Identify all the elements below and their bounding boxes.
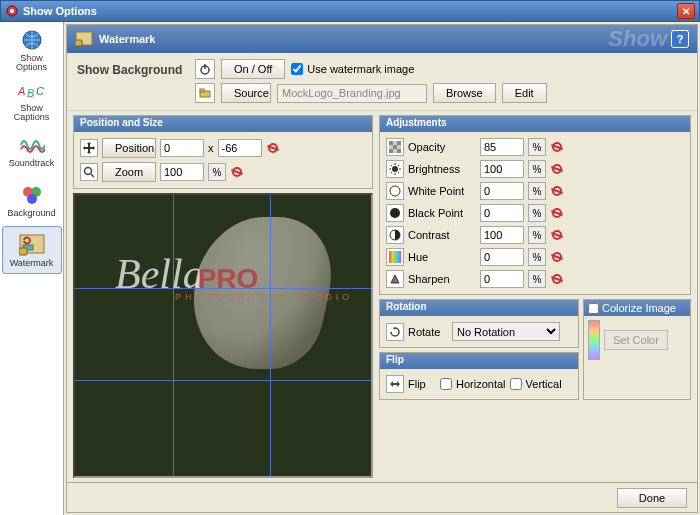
rotate-icon [386, 323, 404, 341]
use-watermark-image-checkbox[interactable]: Use watermark image [291, 63, 414, 75]
position-button[interactable]: Position [102, 138, 156, 158]
header-ghost-text: Show [608, 26, 667, 52]
position-x-input[interactable] [160, 139, 204, 157]
done-button[interactable]: Done [617, 488, 687, 508]
titlebar: Show Options ✕ [0, 0, 700, 22]
adjustments-panel: Adjustments Opacity%Brightness%White Poi… [379, 115, 691, 295]
show-background-label: Show Background [77, 59, 185, 77]
colorize-gradient-icon [588, 320, 600, 360]
pct-label: % [528, 138, 546, 156]
adjustment-label: Opacity [408, 141, 476, 153]
svg-point-35 [390, 186, 400, 196]
flip-vertical-checkbox[interactable]: Vertical [510, 378, 562, 390]
zoom-button[interactable]: Zoom [102, 162, 156, 182]
black-point-input[interactable] [480, 204, 524, 222]
sidebar-item-label: Watermark [10, 259, 54, 268]
source-label-button[interactable]: Source [221, 83, 271, 103]
page-header: Watermark Show ? [67, 25, 697, 53]
adjustment-row-hue: Hue% [386, 248, 684, 266]
sidebar: Show Options ABC Show Captions Soundtrac… [0, 22, 64, 515]
opacity-input[interactable] [480, 138, 524, 156]
pct-label: % [528, 160, 546, 178]
flip-panel: Flip Flip Horizontal Vertical [379, 352, 579, 400]
svg-rect-24 [389, 149, 393, 153]
pct-label: % [528, 226, 546, 244]
zoom-icon [80, 163, 98, 181]
adjustment-label: Sharpen [408, 273, 476, 285]
sidebar-item-label: Background [7, 209, 55, 218]
watermark-header-icon [75, 31, 93, 47]
rotate-label: Rotate [408, 326, 448, 338]
set-color-button: Set Color [604, 330, 668, 350]
contrast-input[interactable] [480, 226, 524, 244]
adjustment-label: White Point [408, 185, 476, 197]
svg-line-34 [391, 172, 392, 173]
adjustment-row-brightness: Brightness% [386, 160, 684, 178]
pct-label: % [528, 182, 546, 200]
reset-brightness-icon[interactable] [550, 162, 564, 176]
reset-contrast-icon[interactable] [550, 228, 564, 242]
browse-button[interactable]: Browse [433, 83, 496, 103]
reset-zoom-icon[interactable] [230, 165, 244, 179]
zoom-input[interactable] [160, 163, 204, 181]
sidebar-item-background[interactable]: Background [2, 176, 62, 224]
edit-button[interactable]: Edit [502, 83, 547, 103]
reset-position-icon[interactable] [266, 141, 280, 155]
rotation-select[interactable]: No Rotation [452, 322, 560, 341]
svg-rect-11 [19, 248, 27, 255]
white-point-input[interactable] [480, 182, 524, 200]
palette-icon [18, 183, 46, 207]
reset-white-point-icon[interactable] [550, 184, 564, 198]
flip-icon [386, 375, 404, 393]
adjustment-label: Hue [408, 251, 476, 263]
sidebar-item-label: Show Options [4, 54, 60, 72]
close-button[interactable]: ✕ [677, 3, 695, 19]
sharpen-input[interactable] [480, 270, 524, 288]
reset-opacity-icon[interactable] [550, 140, 564, 154]
onoff-toggle[interactable]: On / Off [221, 59, 285, 79]
position-sep: x [208, 142, 214, 154]
move-icon [80, 139, 98, 157]
position-size-panel: Position and Size Position x Zoom [73, 115, 373, 189]
globe-icon [18, 28, 46, 52]
opacity-icon [386, 138, 404, 156]
flip-title: Flip [380, 353, 578, 369]
sidebar-item-watermark[interactable]: Watermark [2, 226, 62, 274]
rotation-panel: Rotation Rotate No Rotation [379, 299, 579, 348]
adjustment-row-white-point: White Point% [386, 182, 684, 200]
colorize-title: Colorize Image [602, 302, 676, 314]
adjustment-row-black-point: Black Point% [386, 204, 684, 222]
watermark-brand-sub: PHOTOGRAPHY STUDIO [175, 292, 353, 302]
flip-horizontal-checkbox[interactable]: Horizontal [440, 378, 506, 390]
help-button[interactable]: ? [671, 30, 689, 48]
reset-hue-icon[interactable] [550, 250, 564, 264]
adjustment-label: Brightness [408, 163, 476, 175]
sidebar-item-show-captions[interactable]: ABC Show Captions [2, 76, 62, 124]
zoom-pct: % [208, 163, 226, 181]
svg-point-1 [10, 9, 14, 13]
adjustments-title: Adjustments [380, 116, 690, 132]
svg-point-18 [85, 168, 92, 175]
brightness-input[interactable] [480, 160, 524, 178]
watermark-icon [18, 233, 46, 257]
adjustment-row-contrast: Contrast% [386, 226, 684, 244]
sidebar-item-show-options[interactable]: Show Options [2, 26, 62, 74]
position-y-input[interactable] [218, 139, 262, 157]
rotation-title: Rotation [380, 300, 578, 316]
black-point-icon [386, 204, 404, 222]
svg-rect-17 [200, 89, 204, 92]
svg-rect-21 [389, 141, 393, 145]
preview-area[interactable]: BellaPRO PHOTOGRAPHY STUDIO [73, 193, 373, 478]
svg-line-19 [91, 174, 94, 177]
sidebar-item-soundtrack[interactable]: Soundtrack [2, 126, 62, 174]
hue-input[interactable] [480, 248, 524, 266]
use-watermark-checkbox-input[interactable] [291, 63, 303, 75]
reset-black-point-icon[interactable] [550, 206, 564, 220]
colorize-checkbox[interactable] [588, 303, 599, 314]
contrast-icon [386, 226, 404, 244]
reset-sharpen-icon[interactable] [550, 272, 564, 286]
watermark-brand-bold: PRO [198, 263, 259, 294]
adjustment-label: Black Point [408, 207, 476, 219]
hue-icon [386, 248, 404, 266]
power-icon [195, 59, 215, 79]
